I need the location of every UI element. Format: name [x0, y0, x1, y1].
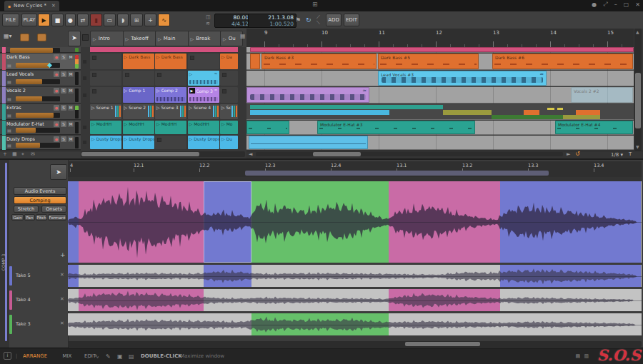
track-row-partial[interactable] — [0, 47, 81, 53]
take-section-pink[interactable] — [389, 289, 500, 311]
loop-tool-icon[interactable]: ↺ — [575, 151, 580, 157]
punch-in-icon[interactable]: ⟋ — [316, 14, 320, 20]
take-remove-icon[interactable]: ✕ — [60, 296, 64, 302]
track-row-dusty-drops[interactable]: Dusty Drops●SM▤ — [0, 136, 81, 150]
statusbar-icon-2[interactable]: ▣ — [117, 353, 123, 360]
take-remove-icon[interactable]: ✕ — [60, 320, 64, 326]
comp-section-green[interactable] — [251, 181, 389, 263]
comp-section-pink[interactable] — [389, 181, 500, 263]
vscroll-down-icon[interactable]: ▼ — [636, 144, 639, 149]
launcher-clip[interactable]: ▷ModHH — [155, 121, 186, 134]
arranger-clip[interactable]: Lead Vocals #3≈ — [378, 71, 547, 86]
clip-play-icon[interactable]: ▷ — [156, 54, 160, 59]
scene-play-icon[interactable]: ▷ — [93, 36, 96, 41]
mute-button[interactable]: M — [68, 71, 74, 77]
solo-button[interactable]: S — [61, 71, 66, 77]
track-row-extras[interactable]: Extras●SM▤ — [0, 104, 81, 120]
file-button[interactable]: FILE — [2, 14, 19, 26]
mute-button[interactable]: M — [68, 121, 74, 127]
solo-button[interactable]: S — [61, 136, 66, 142]
launcher-clip[interactable]: ▷≈ — [188, 71, 219, 86]
arranger-clip[interactable]: Dark Bass #3 — [261, 54, 377, 69]
launcher-clip[interactable]: ▷ModHH — [188, 121, 219, 134]
add-track-button[interactable]: ADD — [326, 14, 342, 26]
clip-grid-button[interactable]: ⊞ — [130, 14, 143, 26]
arranger-hscrollbar[interactable] — [256, 152, 563, 156]
take-lane-take-5[interactable] — [68, 265, 642, 287]
empty-clip-slot[interactable] — [220, 87, 238, 103]
take-lane-take-3[interactable] — [68, 313, 642, 335]
editor-button-onsets[interactable]: Onsets — [41, 206, 66, 213]
launcher-clip[interactable]: ▷Dusty Drops — [123, 136, 154, 149]
statusbar-icon-3[interactable]: ▤ — [129, 353, 134, 360]
clip-play-icon[interactable]: ▷ — [124, 136, 128, 141]
panel-button-mix[interactable]: MIX — [62, 353, 71, 359]
volume-fader[interactable] — [10, 48, 60, 53]
loop-icon[interactable]: ↻ — [306, 16, 311, 24]
volume-fader[interactable] — [16, 96, 60, 101]
doc-icon[interactable]: ▥ — [584, 353, 589, 359]
arranger-clip[interactable] — [249, 136, 368, 149]
arranger-clip[interactable]: Vocals 2 #2 — [571, 87, 633, 103]
solo-button[interactable]: S — [61, 54, 66, 60]
empty-clip-slot[interactable] — [188, 54, 219, 69]
clip-play-icon[interactable]: ▷ — [91, 136, 95, 141]
scene-button-5[interactable]: ▷ Sc — [220, 104, 238, 119]
volume-fader[interactable] — [16, 143, 60, 148]
editor-button-comping[interactable]: Comping — [14, 196, 66, 204]
pointer-tool-button[interactable]: ➤ — [68, 31, 81, 46]
clip-stop-cell[interactable] — [83, 93, 86, 97]
volume-fader[interactable] — [16, 113, 60, 118]
global-mute-icon[interactable] — [20, 34, 29, 41]
stop-button[interactable]: ■ — [51, 14, 64, 26]
empty-clip-slot[interactable] — [155, 136, 186, 149]
scene-header-2[interactable]: ▷Takeoff — [123, 31, 159, 46]
info-icon[interactable]: i — [4, 352, 11, 360]
clip-play-icon[interactable]: ▶ — [189, 88, 195, 93]
clip-play-icon[interactable]: ▷ — [221, 136, 225, 141]
clip-play-icon[interactable]: ▷ — [156, 121, 160, 126]
arranger-vscroll-thumb[interactable] — [635, 73, 641, 128]
position-display[interactable]: 21.1.3.08 1:00.520 — [248, 14, 296, 28]
maximize-icon[interactable]: ▢ — [624, 1, 629, 8]
stop-all-clips-button[interactable] — [82, 34, 89, 41]
editor-pointer-tool[interactable]: ➤ — [50, 164, 67, 180]
track-row-modulator-e-hat[interactable]: Modulator E-Hat●SM▤ — [0, 121, 81, 135]
close-icon[interactable]: ✕ — [635, 1, 640, 8]
scene-play-icon[interactable]: ▷ — [191, 36, 194, 41]
scroll-right-icon[interactable]: ► — [567, 151, 570, 157]
arranger-clip[interactable] — [246, 121, 289, 134]
arranger-hscroll-thumb[interactable] — [313, 152, 361, 156]
arm-button[interactable]: ● — [54, 88, 59, 93]
editor-button-stretch[interactable]: Stretch — [14, 206, 39, 213]
group-icon[interactable]: ▦ — [12, 151, 17, 157]
clip-play-icon[interactable]: ▷ — [124, 54, 128, 59]
insert-button[interactable]: + — [144, 14, 156, 26]
marker-icon[interactable]: ⚑ — [295, 16, 301, 24]
launcher-clip[interactable]: ▷Comp 1 — [123, 87, 154, 103]
shuffle-button[interactable]: ⇄ — [77, 14, 89, 26]
display-button[interactable]: ▭ — [104, 14, 116, 26]
arm-button[interactable]: ● — [54, 136, 59, 142]
comp-section-blue[interactable] — [204, 181, 251, 263]
clip-play-icon[interactable]: ▷ — [189, 121, 193, 126]
clip-stop-cell[interactable] — [83, 141, 86, 144]
track-row-vocals-2[interactable]: Vocals 2●SM▤ — [0, 87, 81, 103]
arranger-clip[interactable] — [250, 54, 260, 69]
arranger-clip[interactable]: Dark Bass #6 — [492, 54, 633, 69]
clip-play-icon[interactable]: ▷ — [189, 136, 193, 141]
automation-button[interactable]: ∿ — [158, 14, 170, 26]
take-section-blue[interactable] — [500, 265, 641, 287]
global-solo-icon[interactable] — [37, 34, 46, 41]
arm-button[interactable]: ● — [54, 54, 59, 60]
empty-clip-slot[interactable] — [123, 71, 154, 86]
launcher-grid-icon[interactable]: ▦ — [240, 33, 246, 39]
tempo-display[interactable]: 80.00 4/4.12 — [214, 14, 251, 28]
empty-clip-slot[interactable] — [90, 71, 121, 86]
scene-button-4[interactable]: ▷ Scene 4 — [188, 104, 219, 119]
launcher-clip[interactable]: ▷Dark Bass — [155, 54, 186, 69]
record-button[interactable]: ● — [65, 14, 76, 26]
scene-play-icon[interactable]: ▷ — [126, 36, 129, 41]
clip-stop-cell[interactable] — [83, 126, 86, 129]
tab-close-icon[interactable]: ✕ — [51, 3, 56, 9]
